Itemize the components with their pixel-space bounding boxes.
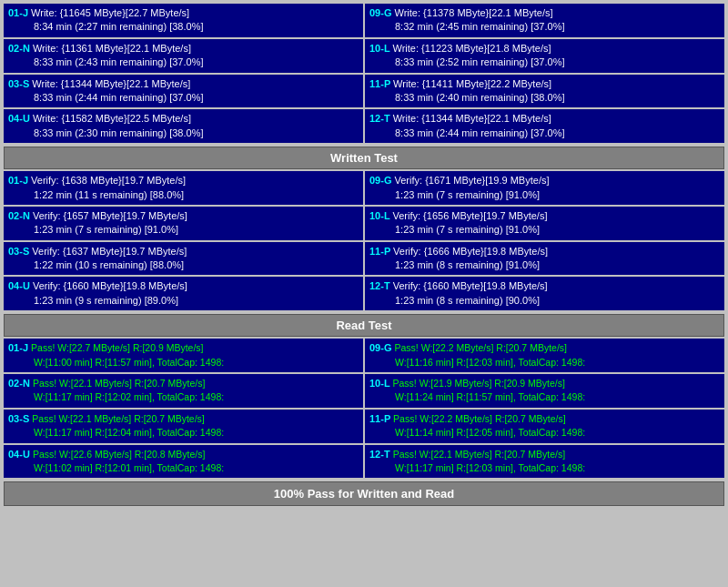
drive-card: 01-J Pass! W:[22.7 MByte/s] R:[20.9 MByt… <box>4 339 363 372</box>
drive-line2: 1:23 min (8 s remaining) [90.0%] <box>395 295 540 306</box>
drive-line2: 8:33 min (2:30 min remaining) [38.0%] <box>34 127 203 138</box>
drive-id: 10-L <box>369 210 392 221</box>
drive-id: 03-S <box>8 413 32 424</box>
drive-id: 09-G <box>369 7 395 18</box>
drive-id: 10-L <box>369 378 392 389</box>
drive-card: 09-G Pass! W:[22.2 MByte/s] R:[20.7 MByt… <box>365 339 724 372</box>
drive-card: 09-G Verify: {1671 MByte}[19.9 MByte/s]1… <box>365 171 724 205</box>
drive-line2: 8:33 min (2:52 min remaining) [37.0%] <box>395 56 564 67</box>
drive-card: 04-U Verify: {1660 MByte}[19.8 MByte/s]1… <box>4 277 363 310</box>
drive-id: 10-L <box>369 43 392 54</box>
drive-id: 11-P <box>369 78 393 89</box>
drive-line2: W:[11:16 min] R:[12:03 min], TotalCap: 1… <box>395 357 585 368</box>
main-container: 01-J Write: {11645 MByte}[22.7 MByte/s]8… <box>0 0 728 510</box>
drive-line2: W:[11:02 min] R:[12:01 min], TotalCap: 1… <box>34 462 224 473</box>
drive-line1: Write: {11223 MByte}[21.8 MByte/s] <box>392 43 551 54</box>
drive-line1: Verify: {1656 MByte}[19.7 MByte/s] <box>392 210 547 221</box>
drive-card: 12-T Write: {11344 MByte}[22.1 MByte/s]8… <box>365 109 724 143</box>
drive-line1: Write: {11344 MByte}[22.1 MByte/s] <box>393 113 551 124</box>
drive-id: 09-G <box>369 342 395 353</box>
drive-id: 02-N <box>8 210 33 221</box>
drive-line1: Verify: {1637 MByte}[19.7 MByte/s] <box>32 246 187 257</box>
drive-line2: 1:22 min (10 s remaining) [88.0%] <box>34 259 184 270</box>
drive-card: 11-P Write: {11411 MByte}[22.2 MByte/s]8… <box>365 75 724 108</box>
drive-id: 03-S <box>8 246 32 257</box>
footer-bar: 100% Pass for Written and Read <box>4 481 724 506</box>
drive-id: 12-T <box>369 280 393 291</box>
drive-card: 04-U Pass! W:[22.6 MByte/s] R:[20.8 MByt… <box>4 445 363 479</box>
drive-line2: 1:22 min (11 s remaining) [88.0%] <box>34 189 184 200</box>
drive-id: 02-N <box>8 378 33 389</box>
drive-line2: W:[11:17 min] R:[12:02 min], TotalCap: 1… <box>34 391 224 402</box>
drive-line1: Write: {11582 MByte}[22.5 MByte/s] <box>33 113 191 124</box>
drive-card: 11-P Verify: {1666 MByte}[19.8 MByte/s]1… <box>365 242 724 276</box>
drive-line2: 8:33 min (2:43 min remaining) [37.0%] <box>34 56 203 67</box>
drive-line1: Write: {11645 MByte}[22.7 MByte/s] <box>31 7 189 18</box>
drive-card: 01-J Write: {11645 MByte}[22.7 MByte/s]8… <box>4 4 363 37</box>
drive-line1: Write: {11344 MByte}[22.1 MByte/s] <box>32 78 190 89</box>
drive-card: 03-S Verify: {1637 MByte}[19.7 MByte/s]1… <box>4 242 363 276</box>
drive-line2: 8:33 min (2:44 min remaining) [37.0%] <box>34 92 203 103</box>
drive-line2: W:[11:17 min] R:[12:03 min], TotalCap: 1… <box>395 462 585 473</box>
drive-line2: 8:32 min (2:45 min remaining) [37.0%] <box>395 21 564 32</box>
drive-id: 03-S <box>8 78 32 89</box>
drive-line1: Pass! W:[21.9 MByte/s] R:[20.9 MByte/s] <box>392 378 564 389</box>
written-test-grid: 01-J Write: {11645 MByte}[22.7 MByte/s]8… <box>4 4 724 143</box>
drive-line2: 1:23 min (7 s remaining) [91.0%] <box>395 224 540 235</box>
drive-card: 12-T Verify: {1660 MByte}[19.8 MByte/s]1… <box>365 277 724 310</box>
drive-id: 11-P <box>369 413 393 424</box>
drive-line1: Write: {11361 MByte}[22.1 MByte/s] <box>33 43 191 54</box>
drive-line1: Write: {11378 MByte}[22.1 MByte/s] <box>395 7 553 18</box>
drive-line2: W:[11:24 min] R:[11:57 min], TotalCap: 1… <box>395 391 585 402</box>
written-test-header: Written Test <box>4 147 724 169</box>
drive-card: 09-G Write: {11378 MByte}[22.1 MByte/s]8… <box>365 4 724 37</box>
drive-line1: Verify: {1671 MByte}[19.9 MByte/s] <box>395 175 550 186</box>
drive-card: 02-N Verify: {1657 MByte}[19.7 MByte/s]1… <box>4 207 363 240</box>
drive-card: 02-N Write: {11361 MByte}[22.1 MByte/s]8… <box>4 39 363 73</box>
drive-card: 04-U Write: {11582 MByte}[22.5 MByte/s]8… <box>4 109 363 143</box>
drive-id: 12-T <box>369 113 393 124</box>
drive-line2: 1:23 min (7 s remaining) [91.0%] <box>395 189 540 200</box>
drive-card: 12-T Pass! W:[22.1 MByte/s] R:[20.7 MByt… <box>365 445 724 479</box>
drive-card: 01-J Verify: {1638 MByte}[19.7 MByte/s]1… <box>4 171 363 205</box>
drive-line2: 1:23 min (9 s remaining) [89.0%] <box>34 295 178 306</box>
drive-id: 01-J <box>8 7 31 18</box>
drive-line1: Pass! W:[22.1 MByte/s] R:[20.7 MByte/s] <box>33 378 205 389</box>
drive-line1: Write: {11411 MByte}[22.2 MByte/s] <box>393 78 551 89</box>
drive-card: 10-L Verify: {1656 MByte}[19.7 MByte/s]1… <box>365 207 724 240</box>
drive-line2: 8:34 min (2:27 min remaining) [38.0%] <box>34 21 203 32</box>
drive-card: 11-P Pass! W:[22.2 MByte/s] R:[20.7 MByt… <box>365 410 724 443</box>
drive-line1: Verify: {1657 MByte}[19.7 MByte/s] <box>33 210 187 221</box>
drive-card: 03-S Write: {11344 MByte}[22.1 MByte/s]8… <box>4 75 363 108</box>
verify-grid: 01-J Verify: {1638 MByte}[19.7 MByte/s]1… <box>4 171 724 310</box>
drive-line2: 1:23 min (8 s remaining) [91.0%] <box>395 259 540 270</box>
read-test-section: 01-J Pass! W:[22.7 MByte/s] R:[20.9 MByt… <box>4 339 724 478</box>
drive-line1: Verify: {1666 MByte}[19.8 MByte/s] <box>393 246 548 257</box>
drive-id: 04-U <box>8 113 33 124</box>
drive-line1: Pass! W:[22.2 MByte/s] R:[20.7 MByte/s] <box>393 413 565 424</box>
drive-id: 02-N <box>8 43 33 54</box>
drive-line1: Pass! W:[22.7 MByte/s] R:[20.9 MByte/s] <box>31 342 203 353</box>
drive-line2: 1:23 min (7 s remaining) [91.0%] <box>34 224 178 235</box>
read-test-header: Read Test <box>4 314 724 337</box>
drive-line2: W:[11:00 min] R:[11:57 min], TotalCap: 1… <box>34 357 224 368</box>
drive-id: 09-G <box>369 175 395 186</box>
drive-line2: W:[11:14 min] R:[12:05 min], TotalCap: 1… <box>395 427 585 438</box>
written-test-section: 01-J Write: {11645 MByte}[22.7 MByte/s]8… <box>4 4 724 169</box>
verify-section: 01-J Verify: {1638 MByte}[19.7 MByte/s]1… <box>4 171 724 310</box>
drive-line1: Pass! W:[22.1 MByte/s] R:[20.7 MByte/s] <box>393 449 565 460</box>
drive-line1: Verify: {1638 MByte}[19.7 MByte/s] <box>31 175 186 186</box>
drive-line1: Pass! W:[22.1 MByte/s] R:[20.7 MByte/s] <box>32 413 204 424</box>
drive-card: 10-L Pass! W:[21.9 MByte/s] R:[20.9 MByt… <box>365 374 724 408</box>
drive-id: 04-U <box>8 280 33 291</box>
drive-line2: 8:33 min (2:40 min remaining) [38.0%] <box>395 92 564 103</box>
drive-id: 12-T <box>369 449 393 460</box>
drive-line2: 8:33 min (2:44 min remaining) [37.0%] <box>395 127 564 138</box>
drive-line1: Verify: {1660 MByte}[19.8 MByte/s] <box>393 280 548 291</box>
drive-line1: Verify: {1660 MByte}[19.8 MByte/s] <box>33 280 187 291</box>
drive-card: 10-L Write: {11223 MByte}[21.8 MByte/s]8… <box>365 39 724 73</box>
read-test-grid: 01-J Pass! W:[22.7 MByte/s] R:[20.9 MByt… <box>4 339 724 478</box>
drive-line2: W:[11:17 min] R:[12:04 min], TotalCap: 1… <box>34 427 224 438</box>
drive-id: 04-U <box>8 449 33 460</box>
drive-card: 03-S Pass! W:[22.1 MByte/s] R:[20.7 MByt… <box>4 410 363 443</box>
